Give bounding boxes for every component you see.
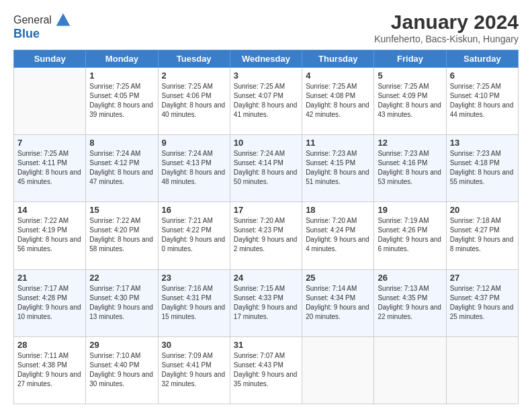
calendar-cell: 14Sunrise: 7:22 AMSunset: 4:19 PMDayligh… — [14, 202, 86, 269]
calendar-weekday-thursday: Thursday — [302, 50, 374, 68]
calendar-week-2: 7Sunrise: 7:25 AMSunset: 4:11 PMDaylight… — [14, 135, 519, 202]
day-info: Sunrise: 7:24 AMSunset: 4:14 PMDaylight:… — [234, 149, 298, 187]
day-info: Sunrise: 7:25 AMSunset: 4:09 PMDaylight:… — [378, 82, 442, 120]
calendar-cell: 19Sunrise: 7:19 AMSunset: 4:26 PMDayligh… — [374, 202, 446, 269]
day-info: Sunrise: 7:23 AMSunset: 4:15 PMDaylight:… — [306, 149, 370, 187]
main-title: January 2024 — [374, 11, 519, 34]
day-number: 9 — [162, 138, 226, 148]
day-info: Sunrise: 7:07 AMSunset: 4:43 PMDaylight:… — [234, 351, 298, 389]
calendar-cell: 1Sunrise: 7:25 AMSunset: 4:05 PMDaylight… — [86, 68, 158, 135]
day-info: Sunrise: 7:11 AMSunset: 4:38 PMDaylight:… — [17, 351, 82, 389]
calendar-cell — [14, 68, 86, 135]
calendar-cell: 27Sunrise: 7:12 AMSunset: 4:37 PMDayligh… — [446, 269, 518, 336]
day-info: Sunrise: 7:09 AMSunset: 4:41 PMDaylight:… — [162, 351, 226, 389]
day-number: 24 — [234, 273, 298, 283]
day-info: Sunrise: 7:10 AMSunset: 4:40 PMDaylight:… — [89, 351, 154, 389]
calendar-cell: 9Sunrise: 7:24 AMSunset: 4:13 PMDaylight… — [158, 135, 230, 202]
calendar-cell: 3Sunrise: 7:25 AMSunset: 4:07 PMDaylight… — [230, 68, 302, 135]
day-number: 17 — [234, 205, 298, 215]
calendar-weekday-sunday: Sunday — [14, 50, 86, 68]
subtitle: Kunfeherto, Bacs-Kiskun, Hungary — [374, 34, 519, 44]
day-info: Sunrise: 7:24 AMSunset: 4:13 PMDaylight:… — [162, 149, 226, 187]
calendar-cell: 30Sunrise: 7:09 AMSunset: 4:41 PMDayligh… — [158, 336, 230, 404]
svg-marker-0 — [56, 13, 71, 26]
calendar-weekday-tuesday: Tuesday — [158, 50, 230, 68]
day-info: Sunrise: 7:25 AMSunset: 4:10 PMDaylight:… — [450, 82, 515, 120]
calendar-cell: 31Sunrise: 7:07 AMSunset: 4:43 PMDayligh… — [230, 336, 302, 404]
day-number: 28 — [17, 340, 82, 350]
calendar-cell: 4Sunrise: 7:25 AMSunset: 4:08 PMDaylight… — [302, 68, 374, 135]
day-info: Sunrise: 7:19 AMSunset: 4:26 PMDaylight:… — [378, 216, 442, 254]
calendar-weekday-wednesday: Wednesday — [230, 50, 302, 68]
day-info: Sunrise: 7:22 AMSunset: 4:20 PMDaylight:… — [89, 216, 154, 254]
calendar-cell: 21Sunrise: 7:17 AMSunset: 4:28 PMDayligh… — [14, 269, 86, 336]
day-number: 25 — [306, 273, 370, 283]
header: General Blue January 2024 Kunfeherto, Ba… — [13, 11, 519, 44]
calendar-cell: 28Sunrise: 7:11 AMSunset: 4:38 PMDayligh… — [14, 336, 86, 404]
day-info: Sunrise: 7:25 AMSunset: 4:06 PMDaylight:… — [162, 82, 226, 120]
day-number: 18 — [306, 205, 370, 215]
day-number: 14 — [17, 205, 82, 215]
logo: General Blue — [13, 11, 73, 41]
page: General Blue January 2024 Kunfeherto, Ba… — [0, 0, 532, 411]
calendar-cell: 29Sunrise: 7:10 AMSunset: 4:40 PMDayligh… — [86, 336, 158, 404]
calendar-cell: 18Sunrise: 7:20 AMSunset: 4:24 PMDayligh… — [302, 202, 374, 269]
calendar-cell: 23Sunrise: 7:16 AMSunset: 4:31 PMDayligh… — [158, 269, 230, 336]
day-number: 31 — [234, 340, 298, 350]
calendar-cell: 8Sunrise: 7:24 AMSunset: 4:12 PMDaylight… — [86, 135, 158, 202]
day-info: Sunrise: 7:23 AMSunset: 4:18 PMDaylight:… — [450, 149, 515, 187]
day-number: 23 — [162, 273, 226, 283]
day-number: 2 — [162, 71, 226, 81]
day-info: Sunrise: 7:15 AMSunset: 4:33 PMDaylight:… — [234, 284, 298, 322]
day-info: Sunrise: 7:13 AMSunset: 4:35 PMDaylight:… — [378, 284, 442, 322]
day-number: 3 — [234, 71, 298, 81]
calendar-cell — [302, 336, 374, 404]
day-number: 6 — [450, 71, 515, 81]
day-info: Sunrise: 7:17 AMSunset: 4:28 PMDaylight:… — [17, 284, 82, 322]
calendar-cell: 22Sunrise: 7:17 AMSunset: 4:30 PMDayligh… — [86, 269, 158, 336]
calendar-week-5: 28Sunrise: 7:11 AMSunset: 4:38 PMDayligh… — [14, 336, 519, 404]
day-number: 20 — [450, 205, 515, 215]
day-number: 21 — [17, 273, 82, 283]
calendar-cell: 24Sunrise: 7:15 AMSunset: 4:33 PMDayligh… — [230, 269, 302, 336]
day-number: 27 — [450, 273, 515, 283]
calendar-cell: 15Sunrise: 7:22 AMSunset: 4:20 PMDayligh… — [86, 202, 158, 269]
day-info: Sunrise: 7:20 AMSunset: 4:24 PMDaylight:… — [306, 216, 370, 254]
day-number: 29 — [89, 340, 154, 350]
day-info: Sunrise: 7:18 AMSunset: 4:27 PMDaylight:… — [450, 216, 515, 254]
day-number: 7 — [17, 138, 82, 148]
calendar-cell: 17Sunrise: 7:20 AMSunset: 4:23 PMDayligh… — [230, 202, 302, 269]
day-info: Sunrise: 7:16 AMSunset: 4:31 PMDaylight:… — [162, 284, 226, 322]
title-block: January 2024 Kunfeherto, Bacs-Kiskun, Hu… — [374, 11, 519, 44]
calendar-cell: 26Sunrise: 7:13 AMSunset: 4:35 PMDayligh… — [374, 269, 446, 336]
day-number: 19 — [378, 205, 442, 215]
day-info: Sunrise: 7:23 AMSunset: 4:16 PMDaylight:… — [378, 149, 442, 187]
calendar-cell: 5Sunrise: 7:25 AMSunset: 4:09 PMDaylight… — [374, 68, 446, 135]
calendar-table: SundayMondayTuesdayWednesdayThursdayFrid… — [13, 50, 519, 404]
day-number: 26 — [378, 273, 442, 283]
calendar-cell — [446, 336, 518, 404]
calendar-cell — [374, 336, 446, 404]
calendar-cell: 12Sunrise: 7:23 AMSunset: 4:16 PMDayligh… — [374, 135, 446, 202]
calendar-cell: 16Sunrise: 7:21 AMSunset: 4:22 PMDayligh… — [158, 202, 230, 269]
day-info: Sunrise: 7:12 AMSunset: 4:37 PMDaylight:… — [450, 284, 515, 322]
day-info: Sunrise: 7:20 AMSunset: 4:23 PMDaylight:… — [234, 216, 298, 254]
calendar-weekday-monday: Monday — [86, 50, 158, 68]
day-info: Sunrise: 7:25 AMSunset: 4:07 PMDaylight:… — [234, 82, 298, 120]
calendar-cell: 6Sunrise: 7:25 AMSunset: 4:10 PMDaylight… — [446, 68, 518, 135]
logo-icon — [54, 11, 73, 30]
day-number: 8 — [89, 138, 154, 148]
calendar-weekday-saturday: Saturday — [446, 50, 518, 68]
calendar-cell: 2Sunrise: 7:25 AMSunset: 4:06 PMDaylight… — [158, 68, 230, 135]
calendar-cell: 25Sunrise: 7:14 AMSunset: 4:34 PMDayligh… — [302, 269, 374, 336]
calendar-weekday-friday: Friday — [374, 50, 446, 68]
day-info: Sunrise: 7:21 AMSunset: 4:22 PMDaylight:… — [162, 216, 226, 254]
day-number: 1 — [89, 71, 154, 81]
day-info: Sunrise: 7:14 AMSunset: 4:34 PMDaylight:… — [306, 284, 370, 322]
logo-general: General — [13, 14, 52, 26]
calendar-cell: 7Sunrise: 7:25 AMSunset: 4:11 PMDaylight… — [14, 135, 86, 202]
day-number: 13 — [450, 138, 515, 148]
day-info: Sunrise: 7:22 AMSunset: 4:19 PMDaylight:… — [17, 216, 82, 254]
day-number: 15 — [89, 205, 154, 215]
day-number: 22 — [89, 273, 154, 283]
